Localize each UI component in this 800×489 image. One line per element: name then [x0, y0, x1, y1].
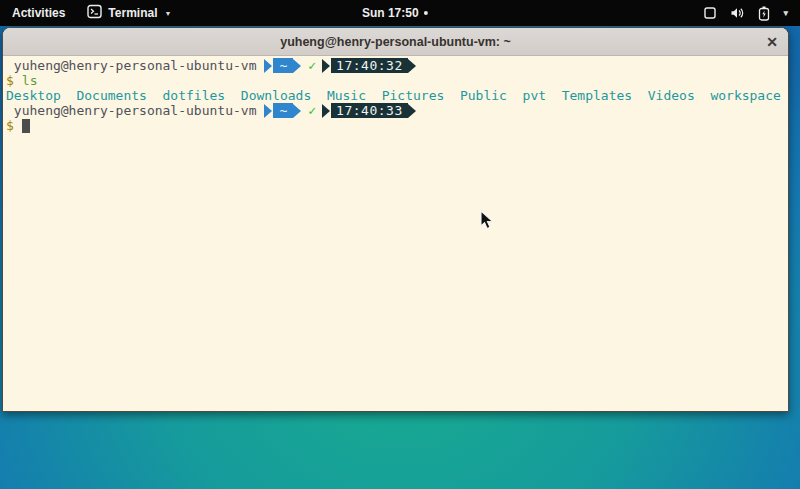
prompt-host: yuheng@henry-personal-ubuntu-vm: [6, 103, 256, 118]
terminal-window: yuheng@henry-personal-ubuntu-vm: ~ ✕ yuh…: [2, 27, 789, 412]
prompt-line: yuheng@henry-personal-ubuntu-vm ~ ✓ 17:4…: [6, 58, 785, 73]
chevron-down-icon: ▾: [783, 8, 788, 18]
desktop: Activities Terminal ▼ Sun 17:50: [0, 0, 800, 489]
volume-icon: [730, 6, 745, 20]
command-text: ls: [22, 73, 38, 88]
app-menu-terminal[interactable]: Terminal ▼: [77, 0, 181, 26]
prompt-time: 17:40:33: [331, 103, 408, 118]
activities-label: Activities: [12, 6, 65, 20]
prompt-dollar: $: [6, 118, 14, 133]
command-line: $ ls: [6, 73, 785, 88]
prompt-time-segment: 17:40:33: [322, 103, 416, 118]
powerline-arrow-icon: [322, 104, 330, 118]
prompt-path-segment: ~: [264, 58, 301, 73]
prompt-time: 17:40:32: [331, 58, 408, 73]
prompt-path: ~: [273, 58, 293, 73]
prompt-dollar: $: [6, 73, 14, 88]
system-status-area[interactable]: ▾: [691, 0, 800, 26]
check-icon: ✓: [308, 58, 316, 73]
powerline-arrow-icon: [408, 59, 416, 73]
powerline-arrow-icon: [293, 59, 301, 73]
window-title: yuheng@henry-personal-ubuntu-vm: ~: [280, 35, 511, 49]
prompt-host: yuheng@henry-personal-ubuntu-vm: [6, 58, 256, 73]
powerline-arrow-icon: [264, 59, 272, 73]
directory-listing: Desktop Documents dotfiles Downloads Mus…: [6, 88, 781, 103]
powerline-arrow-icon: [322, 59, 330, 73]
terminal-app-icon: [87, 4, 102, 22]
ls-output-line: Desktop Documents dotfiles Downloads Mus…: [6, 88, 785, 103]
check-icon: ✓: [308, 103, 316, 118]
screen-icon: [703, 6, 717, 20]
chevron-down-icon: ▼: [164, 10, 171, 17]
prompt-line: yuheng@henry-personal-ubuntu-vm ~ ✓ 17:4…: [6, 103, 785, 118]
clock-label: Sun 17:50: [362, 6, 419, 20]
close-icon[interactable]: ✕: [763, 33, 781, 51]
prompt-path-segment: ~: [264, 103, 301, 118]
input-line: $: [6, 118, 785, 133]
clock-button[interactable]: Sun 17:50: [362, 0, 428, 26]
prompt-path: ~: [273, 103, 293, 118]
terminal-content[interactable]: yuheng@henry-personal-ubuntu-vm ~ ✓ 17:4…: [3, 56, 788, 412]
terminal-cursor: [22, 119, 30, 133]
battery-charging-icon: [758, 6, 770, 21]
top-bar: Activities Terminal ▼ Sun 17:50: [0, 0, 800, 26]
powerline-arrow-icon: [408, 104, 416, 118]
notification-dot: [424, 11, 428, 15]
window-titlebar[interactable]: yuheng@henry-personal-ubuntu-vm: ~ ✕: [3, 28, 788, 56]
app-menu-label: Terminal: [108, 6, 157, 20]
powerline-arrow-icon: [264, 104, 272, 118]
powerline-arrow-icon: [293, 104, 301, 118]
activities-button[interactable]: Activities: [0, 0, 77, 26]
prompt-time-segment: 17:40:32: [322, 58, 416, 73]
